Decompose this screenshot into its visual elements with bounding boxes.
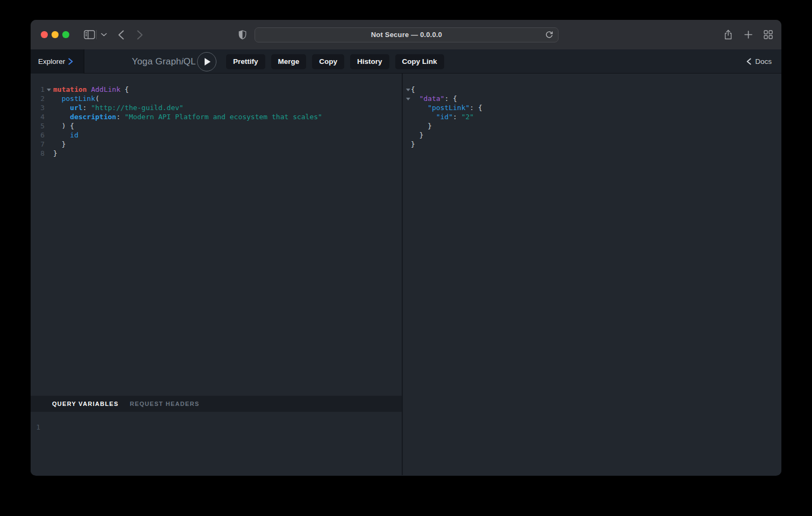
code-line: "data": { (403, 94, 781, 103)
code-text: } (411, 130, 423, 140)
line-number: 5 (31, 121, 45, 130)
execute-query-button[interactable] (197, 52, 216, 71)
line-number: 2 (31, 94, 45, 103)
response-pane: { "data": { "postLink": { "id": "2" } }} (403, 74, 781, 475)
browser-window: Not Secure — 0.0.0.0 (31, 20, 781, 476)
code-text: url: "http://the-guild.dev" (53, 103, 184, 112)
code-text: } (411, 140, 415, 149)
query-editor[interactable]: 1mutation AddLink {2 postLink(3 url: "ht… (31, 74, 402, 396)
code-text: ) { (53, 121, 74, 130)
code-line: 2 postLink( (31, 94, 402, 103)
fold-arrow-icon[interactable] (404, 94, 411, 103)
code-text: id (53, 130, 78, 140)
query-pane: 1mutation AddLink {2 postLink(3 url: "ht… (31, 74, 402, 475)
explorer-label: Explorer (38, 57, 65, 66)
back-button-icon[interactable] (115, 20, 126, 49)
fold-arrow-icon[interactable] (404, 85, 411, 94)
fold-arrow-icon[interactable] (45, 85, 53, 94)
code-text: { (411, 85, 415, 94)
line-number: 7 (31, 140, 45, 149)
address-bar[interactable]: Not Secure — 0.0.0.0 (255, 27, 559, 42)
code-line: 6 id (31, 130, 402, 140)
zoom-window-button[interactable] (62, 31, 69, 38)
code-text: mutation AddLink { (53, 85, 129, 94)
bottom-panel-tabs: QUERY VARIABLES REQUEST HEADERS (31, 396, 402, 412)
fold-gutter (404, 121, 411, 130)
graphiql-header: Explorer Yoga GraphiQL Prettify Merge Co… (31, 49, 781, 74)
code-line: 5 ) { (31, 121, 402, 130)
minimize-window-button[interactable] (52, 31, 59, 38)
explorer-toggle[interactable]: Explorer (31, 49, 84, 74)
code-text: "data": { (411, 94, 457, 103)
tab-query-variables[interactable]: QUERY VARIABLES (52, 401, 119, 407)
docs-label: Docs (755, 57, 772, 66)
code-line: } (403, 140, 781, 149)
fold-gutter (404, 140, 411, 149)
code-line: 8} (31, 149, 402, 158)
traffic-lights (41, 31, 69, 38)
close-window-button[interactable] (41, 31, 48, 38)
privacy-shield-icon[interactable] (237, 20, 248, 49)
code-line: "postLink": { (403, 103, 781, 112)
line-number: 8 (31, 149, 45, 158)
play-icon (205, 58, 211, 66)
code-line: 3 url: "http://the-guild.dev" (31, 103, 402, 112)
line-number: 6 (31, 130, 45, 140)
tab-overview-icon[interactable] (762, 20, 774, 49)
fold-gutter (404, 103, 411, 112)
fold-gutter (404, 112, 411, 121)
copy-button[interactable]: Copy (312, 54, 344, 69)
chevron-right-icon (68, 58, 73, 65)
prettify-button[interactable]: Prettify (226, 54, 265, 69)
chevron-down-icon[interactable] (99, 20, 108, 49)
sidebar-toggle-icon[interactable] (82, 20, 97, 49)
fold-gutter (45, 149, 53, 158)
code-line: 7 } (31, 140, 402, 149)
query-variables-editor[interactable]: 1 (31, 412, 402, 475)
code-text: } (411, 121, 432, 130)
code-line: } (403, 130, 781, 140)
code-text: } (53, 140, 66, 149)
workspace: 1mutation AddLink {2 postLink(3 url: "ht… (31, 74, 781, 475)
fold-gutter (45, 94, 53, 103)
address-bar-text: Not Secure — 0.0.0.0 (371, 31, 443, 39)
code-line: 1mutation AddLink { (31, 85, 402, 94)
reload-icon[interactable] (545, 31, 553, 39)
code-text: "id": "2" (411, 112, 474, 121)
response-viewer: { "data": { "postLink": { "id": "2" } }} (403, 74, 781, 475)
line-number: 4 (31, 112, 45, 121)
code-text: description: "Modern API Platform and ec… (53, 112, 322, 121)
docs-toggle[interactable]: Docs (746, 49, 772, 74)
chevron-left-icon (746, 58, 751, 65)
toolbar-separator (96, 30, 97, 39)
share-icon[interactable] (722, 20, 734, 49)
toolbar-actions: Prettify Merge Copy History Copy Link (226, 54, 444, 69)
fold-gutter (45, 130, 53, 140)
code-line: 4 description: "Modern API Platform and … (31, 112, 402, 121)
copy-link-button[interactable]: Copy Link (395, 54, 444, 69)
merge-button[interactable]: Merge (271, 54, 307, 69)
line-number: 3 (31, 103, 45, 112)
code-line: "id": "2" (403, 112, 781, 121)
code-text: postLink( (53, 94, 99, 103)
fold-gutter (45, 103, 53, 112)
history-button[interactable]: History (350, 54, 389, 69)
code-line: } (403, 121, 781, 130)
line-number: 1 (31, 423, 40, 432)
fold-gutter (45, 112, 53, 121)
browser-toolbar: Not Secure — 0.0.0.0 (31, 20, 781, 49)
code-text: } (53, 149, 57, 158)
fold-gutter (45, 140, 53, 149)
new-tab-icon[interactable] (742, 20, 754, 49)
forward-button-icon[interactable] (134, 20, 145, 49)
tab-request-headers[interactable]: REQUEST HEADERS (130, 401, 200, 407)
code-text: "postLink": { (411, 103, 482, 112)
code-line: { (403, 85, 781, 94)
line-number: 1 (31, 85, 45, 94)
fold-gutter (45, 121, 53, 130)
fold-gutter (404, 130, 411, 140)
